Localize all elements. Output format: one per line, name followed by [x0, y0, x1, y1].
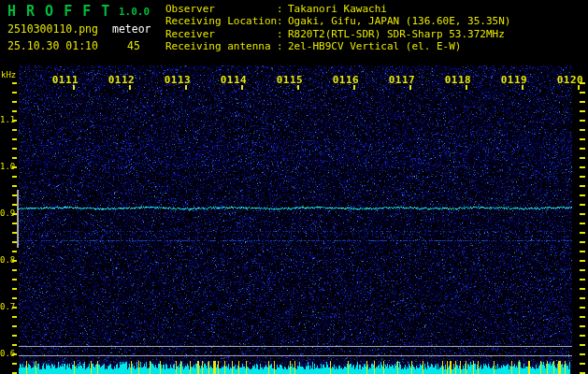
y-tick-mark: [12, 344, 17, 346]
y-tick-mark: [12, 232, 17, 234]
y-tick-mark: [12, 82, 17, 84]
y-tick-mark: [12, 204, 17, 206]
info-value: Takanori Kawachi: [288, 3, 387, 15]
y-tick-mark: [580, 92, 585, 94]
y-tick-label: 0.9: [0, 209, 12, 218]
y-tick-mark: [580, 138, 585, 140]
y-tick-label: 0.8: [0, 255, 12, 265]
y-tick-mark: [580, 232, 585, 234]
y-tick-mark: [580, 157, 585, 159]
datetime-label: 25.10.30 01:10: [7, 39, 98, 52]
info-label: Receiving Location: [165, 15, 277, 27]
info-row-location: Receiving Location : Ogaki, Gifu, JAPAN …: [165, 15, 510, 27]
info-value: Ogaki, Gifu, JAPAN (136.60E, 35.35N): [288, 15, 510, 27]
y-tick-mark: [580, 223, 585, 224]
echo-count: 45: [127, 39, 140, 52]
y-tick-mark: [580, 335, 585, 337]
y-tick-mark: [580, 148, 585, 150]
y-tick-mark: [580, 129, 585, 131]
y-tick-mark: [12, 335, 17, 337]
y-tick-mark: [580, 176, 585, 178]
y-tick-label: 0.7: [0, 302, 12, 311]
y-tick-mark: [12, 194, 17, 196]
y-tick-mark: [12, 269, 17, 271]
y-tick-mark: [580, 251, 585, 252]
y-tick-mark: [580, 120, 585, 122]
y-tick-mark: [12, 363, 17, 365]
y-tick-mark: [580, 110, 585, 112]
y-tick-mark: [580, 353, 585, 355]
y-axis-unit: kHz: [1, 70, 16, 79]
y-tick-mark: [580, 204, 585, 206]
y-tick-mark: [12, 166, 17, 168]
y-tick-mark: [580, 279, 585, 280]
spectrogram-canvas: [0, 0, 588, 374]
y-tick-mark: [580, 241, 585, 243]
x-tick-mark: [353, 85, 355, 90]
y-tick-mark: [12, 279, 17, 280]
y-tick-mark: [12, 297, 17, 299]
x-tick-mark: [409, 85, 411, 90]
y-tick-mark: [12, 176, 17, 178]
y-tick-mark: [580, 82, 585, 84]
y-tick-mark: [580, 307, 585, 309]
app-version: 1.0.0: [119, 6, 150, 18]
y-tick-mark: [580, 363, 585, 365]
x-tick-mark: [522, 85, 523, 90]
y-tick-mark: [580, 288, 585, 290]
y-tick-label: 1.0: [0, 162, 12, 171]
y-tick-mark: [12, 353, 17, 355]
x-tick-mark: [578, 85, 580, 90]
y-tick-mark: [12, 223, 17, 224]
x-tick-mark: [73, 85, 75, 90]
info-colon: :: [277, 3, 288, 15]
y-tick-mark: [12, 138, 17, 140]
y-tick-mark: [12, 110, 17, 112]
info-label: Receiver: [165, 28, 277, 40]
station-info: Observer : Takanori Kawachi Receiving Lo…: [165, 3, 510, 53]
y-tick-label: 1.1: [0, 115, 12, 124]
info-row-observer: Observer : Takanori Kawachi: [165, 3, 510, 15]
y-tick-mark: [580, 260, 585, 262]
y-tick-mark: [12, 129, 17, 131]
y-tick-mark: [12, 307, 17, 309]
info-label: Observer: [165, 3, 277, 15]
y-tick-mark: [12, 316, 17, 318]
info-value: 2el-HB9CV Vertical (el. E-W): [288, 40, 461, 52]
y-tick-mark: [12, 120, 17, 122]
y-tick-label: 0.6: [0, 349, 12, 358]
y-tick-mark: [580, 194, 585, 196]
mode-label: meteor: [112, 22, 151, 36]
y-tick-mark: [12, 185, 17, 187]
y-tick-mark: [580, 269, 585, 271]
y-tick-mark: [580, 344, 585, 346]
info-row-antenna: Receiving antenna : 2el-HB9CV Vertical (…: [165, 40, 510, 52]
x-tick-mark: [129, 85, 131, 90]
y-tick-mark: [580, 316, 585, 318]
info-value: R820T2(RTL-SDR) SDR-Sharp 53.372MHz: [288, 28, 505, 40]
y-tick-mark: [12, 92, 17, 94]
y-tick-mark: [12, 157, 17, 159]
y-tick-mark: [12, 251, 17, 252]
y-tick-mark: [12, 241, 17, 243]
y-tick-mark: [580, 101, 585, 103]
info-colon: :: [277, 40, 288, 52]
y-tick-mark: [580, 213, 585, 215]
y-tick-mark: [580, 297, 585, 299]
info-colon: :: [277, 28, 288, 40]
y-tick-mark: [12, 288, 17, 290]
x-tick-mark: [185, 85, 187, 90]
y-tick-mark: [580, 325, 585, 327]
app-title: H R O F F T: [7, 3, 110, 20]
x-tick-mark: [466, 85, 467, 90]
output-filename: 2510300110.png: [7, 22, 98, 36]
x-tick-mark: [241, 85, 243, 90]
y-tick-mark: [12, 213, 17, 215]
y-tick-mark: [12, 325, 17, 327]
y-tick-mark: [12, 148, 17, 150]
info-label: Receiving antenna: [165, 40, 277, 52]
x-tick-mark: [297, 85, 299, 90]
y-tick-mark: [12, 101, 17, 103]
info-colon: :: [277, 15, 288, 27]
y-tick-mark: [12, 260, 17, 262]
